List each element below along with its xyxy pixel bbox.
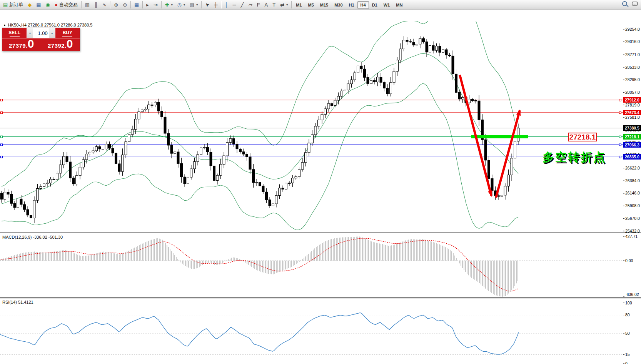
symbol-header: ▲HK50-,H4 27286.0 27561.0 27286.0 27380.… [3,23,93,27]
timeframe-tf-h4-button[interactable]: H4 [357,1,369,9]
line-handle[interactable] [1,99,3,101]
text-label-button[interactable]: T [270,1,278,9]
chart-shift-icon: ⇥ [154,2,158,7]
collapse-panel-icon[interactable]: ▲ [3,23,6,27]
toolbar-separator [291,1,292,8]
macd-pane[interactable] [0,236,623,296]
zoom-out-button[interactable]: ⊖ [120,1,129,9]
periods-button[interactable]: ◷▾ [175,1,187,9]
toolbar-separator [110,1,110,8]
timeframe-tf-d1-button[interactable]: D1 [369,1,381,9]
timeframe-tf-w1-button[interactable]: W1 [381,1,393,9]
toolbar-separator [221,1,221,8]
buy-button[interactable]: 27392.0 [41,38,80,51]
zoom-out-icon: ⊖ [123,2,127,7]
dropdown-caret-icon: ▾ [171,3,173,7]
pivot-annotation-text[interactable]: 多空转折点 [543,150,606,165]
line-handle[interactable] [1,144,3,146]
auto-scroll-button[interactable]: ▸ [144,1,151,9]
timeframe-tf-mn-button[interactable]: MN [393,1,406,9]
navigator-icon: ▦ [36,2,41,7]
volume-input[interactable]: 1.00 [33,28,49,38]
support-price-label[interactable]: 27218.1 [568,133,597,141]
buy-price-big-digit: 0 [67,39,73,49]
line-handle[interactable] [619,99,621,101]
line-handle[interactable] [619,136,621,138]
timeframe-tf-m5-button[interactable]: M5 [305,1,317,9]
candle-chart-button[interactable]: ║ [92,1,100,9]
tf-h1-label: H1 [349,3,354,7]
toolbar-separator [81,1,82,8]
chart-window[interactable]: 29254.029016.028771.028533.028295.028057… [0,10,641,364]
volume-stepper: ▼ 1.00 ▲ [27,28,55,38]
text-label-icon: T [272,2,275,7]
volume-down-button[interactable]: ▼ [27,28,33,38]
line-chart-button[interactable]: ∿ [100,1,109,9]
fibonacci-icon: F [257,2,260,7]
bar-chart-button[interactable]: ▥ [83,1,92,9]
tf-m5-label: M5 [308,3,314,7]
timeframe-tf-m30-button[interactable]: M30 [331,1,346,9]
sell-price: 27379. [9,42,28,49]
bollinger-lower-band [2,83,518,230]
chart-shift-button[interactable]: ⇥ [151,1,160,9]
line-chart-icon: ∿ [102,2,107,7]
market-watch-icon: ◆ [28,2,32,7]
toolbar-separator [142,1,143,8]
timeframe-tf-m15-button[interactable]: M15 [317,1,331,9]
trendline-icon: ╱ [241,2,244,7]
new-order-button[interactable]: ▤新订单 [1,1,25,9]
rsi-pane[interactable] [0,313,623,355]
fibonacci-button[interactable]: F [255,1,262,9]
line-handle[interactable] [619,144,621,146]
tf-h4-label: H4 [361,3,366,7]
equidistant-channel-button[interactable]: ▱ [246,1,255,9]
chat-icon[interactable] [632,2,638,6]
periods-icon: ◷ [177,2,182,7]
line-handle[interactable] [619,156,621,158]
zoom-in-button[interactable]: ⊕ [112,1,120,9]
cursor-button[interactable]: ➤ [203,1,212,9]
toolbar-right [622,1,638,6]
buy-label: BUY [55,28,80,38]
tile-windows-button[interactable]: ▦ [132,1,141,9]
rsi-line [0,313,519,354]
line-handle[interactable] [1,156,3,158]
sell-button[interactable]: 27379.0 [2,38,41,51]
vertical-line-button[interactable]: │ [222,1,230,9]
trendline-button[interactable]: ╱ [239,1,246,9]
navigator-button[interactable]: ▦ [34,1,43,9]
volume-up-button[interactable]: ▲ [49,28,55,38]
line-handle[interactable] [1,112,3,114]
autotrading-button[interactable]: ●自动交易 [52,1,80,9]
candlestick-series [0,36,519,223]
signals-button[interactable]: ◉ [43,1,52,9]
price-pane[interactable] [0,10,623,230]
templates-button[interactable]: ▨▾ [187,1,200,9]
crosshair-button[interactable]: ┼ [212,1,220,9]
line-handle[interactable] [1,136,3,138]
timeframe-tf-m1-button[interactable]: M1 [293,1,305,9]
text-button[interactable]: A [262,1,270,9]
cursor-icon: ➤ [204,2,210,8]
symbol-header-text: HK50-,H4 27286.0 27561.0 27286.0 27380.5 [8,23,93,27]
autotrading-label: 自动交易 [59,2,78,8]
autotrading-icon: ● [55,2,58,7]
candle-chart-icon: ║ [94,2,98,7]
one-click-trade-panel: SELL ▼ 1.00 ▲ BUY 27379.0 27392.0 [2,28,80,51]
arrows-tool-button[interactable]: ⇄▾ [278,1,290,9]
horizontal-line-button[interactable]: ─ [230,1,239,9]
new-order-label: 新订单 [9,2,23,8]
equidistant-channel-icon: ▱ [249,2,252,7]
indicators-button[interactable]: ✚▾ [163,1,175,9]
chart-canvas[interactable] [0,10,641,364]
line-handle[interactable] [619,112,621,114]
timeframe-tf-h1-button[interactable]: H1 [346,1,357,9]
market-watch-button[interactable]: ◆ [25,1,34,9]
auto-scroll-icon: ▸ [146,2,149,7]
tf-m30-label: M30 [334,3,342,7]
signals-icon: ◉ [46,2,50,7]
search-icon[interactable] [622,1,627,6]
toolbar-separator [201,1,202,8]
support-zone-bar[interactable] [471,135,528,138]
